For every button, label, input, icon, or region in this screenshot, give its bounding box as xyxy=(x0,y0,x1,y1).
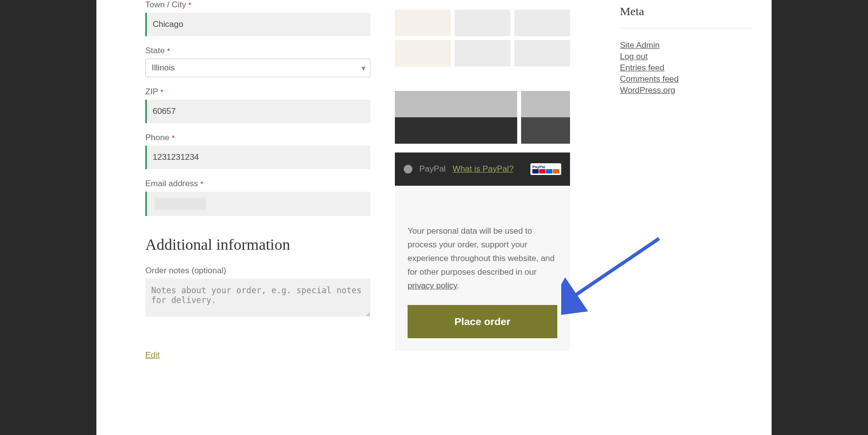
skeleton-cell xyxy=(521,91,570,117)
state-field: State * Illinois ▾ xyxy=(145,46,370,77)
place-order-button[interactable]: Place order xyxy=(408,305,557,338)
order-summary-skeleton xyxy=(395,10,570,144)
zip-field: ZIP * xyxy=(145,87,370,123)
meta-links-list: Site Admin Log out Entries feed Comments… xyxy=(620,41,752,95)
email-label: Email address * xyxy=(145,179,370,189)
payment-method-paypal[interactable]: PayPal What is PayPal? PayPal xyxy=(395,152,570,186)
site-admin-link[interactable]: Site Admin xyxy=(620,41,660,50)
zip-label: ZIP * xyxy=(145,87,370,97)
edit-link[interactable]: Edit xyxy=(145,350,160,360)
paypal-label: PayPal xyxy=(419,164,446,174)
privacy-text: Your personal data will be used to proce… xyxy=(408,224,557,293)
skeleton-cell xyxy=(455,10,510,36)
meta-heading: Meta xyxy=(620,5,752,18)
required-marker: * xyxy=(167,46,170,55)
skeleton-cell xyxy=(521,117,570,144)
skeleton-cell xyxy=(395,40,451,66)
order-notes-textarea[interactable] xyxy=(145,279,370,317)
required-marker: * xyxy=(172,133,175,142)
phone-input[interactable] xyxy=(145,146,370,169)
city-input[interactable] xyxy=(145,13,370,36)
required-marker: * xyxy=(200,179,203,188)
skeleton-cell xyxy=(395,91,517,117)
paypal-cards-icon: PayPal xyxy=(530,163,561,175)
skeleton-cell xyxy=(395,10,451,36)
wordpress-org-link[interactable]: WordPress.org xyxy=(620,86,675,95)
email-input[interactable] xyxy=(145,192,370,216)
paypal-radio[interactable] xyxy=(404,165,412,174)
privacy-section: Your personal data will be used to proce… xyxy=(395,186,570,351)
order-notes-field: Order notes (optional) xyxy=(145,266,370,319)
privacy-policy-link[interactable]: privacy policy xyxy=(408,281,457,290)
skeleton-cell xyxy=(514,10,570,36)
redacted-email xyxy=(155,198,206,210)
city-label: Town / City * xyxy=(145,0,370,10)
phone-field: Phone * xyxy=(145,133,370,169)
state-select[interactable]: Illinois xyxy=(145,59,370,77)
phone-label: Phone * xyxy=(145,133,370,143)
required-marker: * xyxy=(160,87,163,96)
required-marker: * xyxy=(188,0,191,9)
paypal-help-link[interactable]: What is PayPal? xyxy=(453,164,514,174)
entries-feed-link[interactable]: Entries feed xyxy=(620,63,664,72)
skeleton-cell xyxy=(455,40,510,66)
additional-info-heading: Additional information xyxy=(145,236,370,254)
email-field: Email address * xyxy=(145,179,370,216)
state-label: State * xyxy=(145,46,370,56)
comments-feed-link[interactable]: Comments feed xyxy=(620,74,679,84)
zip-input[interactable] xyxy=(145,100,370,123)
order-notes-label: Order notes (optional) xyxy=(145,266,370,276)
city-field: Town / City * xyxy=(145,0,370,36)
skeleton-cell xyxy=(514,40,570,66)
log-out-link[interactable]: Log out xyxy=(620,52,648,61)
skeleton-cell xyxy=(395,117,517,144)
sidebar-divider xyxy=(620,28,752,28)
